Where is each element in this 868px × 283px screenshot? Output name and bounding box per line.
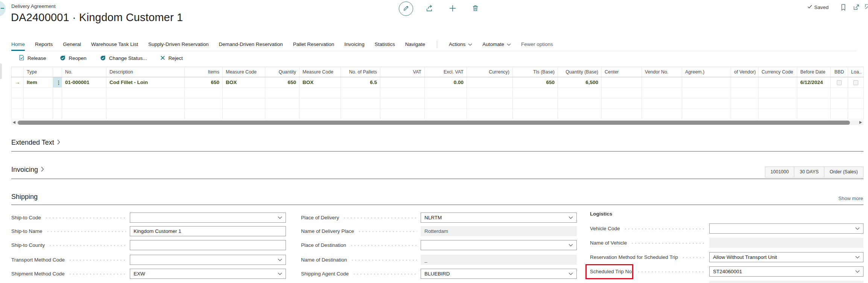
empty-grid-cell[interactable]: [558, 98, 602, 109]
empty-grid-cell[interactable]: [558, 109, 602, 119]
empty-grid-cell[interactable]: [759, 98, 797, 109]
chevron-down-icon[interactable]: [569, 272, 573, 275]
empty-grid-cell[interactable]: [299, 109, 341, 119]
horizontal-scrollbar[interactable]: [11, 120, 863, 125]
empty-grid-cell[interactable]: [513, 109, 558, 119]
chevron-down-icon[interactable]: [569, 244, 573, 247]
empty-grid-cell[interactable]: [642, 88, 682, 98]
empty-grid-cell[interactable]: [12, 98, 24, 109]
invoicing-summary-tile-order-sales[interactable]: Order (Sales): [824, 167, 863, 177]
column-header-description[interactable]: Description: [106, 67, 185, 77]
empty-grid-cell[interactable]: [682, 109, 731, 119]
column-header-quantity-base[interactable]: Quantity (Base): [558, 67, 602, 77]
grid-cell-vat[interactable]: [380, 77, 425, 88]
change-status-button[interactable]: Change Status...: [100, 55, 147, 62]
invoicing-summary-tile-30-days[interactable]: 30 DAYS: [794, 167, 824, 177]
empty-grid-cell[interactable]: [642, 109, 682, 119]
shipping-section-header[interactable]: Shipping: [11, 193, 38, 201]
empty-grid-cell[interactable]: [380, 88, 425, 98]
empty-grid-cell[interactable]: [467, 98, 513, 109]
empty-grid-cell[interactable]: [558, 88, 602, 98]
grid-cell-currency-code[interactable]: [759, 77, 797, 88]
empty-grid-cell[interactable]: [759, 88, 797, 98]
empty-grid-cell[interactable]: [731, 88, 759, 98]
share-button[interactable]: [426, 4, 433, 13]
empty-grid-cell[interactable]: [831, 98, 848, 109]
actions-menu[interactable]: Actions: [449, 38, 472, 51]
column-header-blank[interactable]: [53, 67, 62, 77]
input-ship-to-county[interactable]: [130, 240, 286, 250]
empty-grid-cell[interactable]: [602, 88, 642, 98]
column-header-before-date[interactable]: Before Date: [797, 67, 831, 77]
grid-cell-no-of-pallets[interactable]: 6.5: [341, 77, 380, 88]
chevron-down-icon[interactable]: [855, 256, 860, 259]
column-header-measure-code[interactable]: Measure Code: [299, 67, 341, 77]
scroll-right-arrow-icon[interactable]: [859, 121, 862, 124]
invoicing-summary-tile-1001000[interactable]: 1001000: [765, 167, 795, 177]
column-header-vat[interactable]: VAT: [380, 67, 425, 77]
lines-grid[interactable]: TypeNo.DescriptionItemsMeasure CodeQuant…: [11, 67, 864, 119]
combobox-vehicle-code[interactable]: [709, 223, 863, 234]
tab-home[interactable]: Home: [11, 38, 25, 51]
reopen-button[interactable]: Reopen: [60, 55, 87, 62]
scrollbar-thumb[interactable]: [18, 121, 850, 125]
empty-grid-cell[interactable]: [223, 98, 265, 109]
empty-grid-cell[interactable]: [341, 98, 380, 109]
empty-grid-cell[interactable]: [223, 88, 265, 98]
combobox-place-of-delivery[interactable]: NLRTM: [421, 213, 577, 223]
tab-reports[interactable]: Reports: [35, 38, 53, 51]
tab-navigate[interactable]: Navigate: [405, 38, 425, 51]
empty-grid-cell[interactable]: [62, 98, 106, 109]
empty-grid-cell[interactable]: [53, 88, 62, 98]
grid-cell-description[interactable]: Cod Fillet - Loin: [106, 77, 185, 88]
empty-grid-cell[interactable]: [848, 109, 864, 119]
column-header-loa[interactable]: Loa..: [848, 67, 864, 77]
chevron-down-icon[interactable]: [855, 227, 860, 230]
column-header-currency[interactable]: Currency): [467, 67, 513, 77]
grid-cell-bbd[interactable]: [831, 77, 848, 88]
grid-cell-items[interactable]: 650: [185, 77, 223, 88]
extended-text-section-header[interactable]: Extended Text: [11, 139, 60, 147]
grid-cell-vendor-no[interactable]: [642, 77, 682, 88]
empty-grid-cell[interactable]: [848, 98, 864, 109]
empty-grid-cell[interactable]: [24, 109, 53, 119]
column-header-of-vendor[interactable]: of Vendor): [731, 67, 759, 77]
grid-cell-excl-vat[interactable]: 0.00: [425, 77, 467, 88]
empty-grid-cell[interactable]: [53, 98, 62, 109]
empty-grid-cell[interactable]: [797, 88, 831, 98]
grid-cell-currency[interactable]: [467, 77, 513, 88]
empty-grid-cell[interactable]: [265, 88, 299, 98]
empty-grid-cell[interactable]: [467, 88, 513, 98]
grid-cell-measure-code[interactable]: BOX: [223, 77, 265, 88]
grid-cell-quantity-base[interactable]: 6,500: [558, 77, 602, 88]
edit-button[interactable]: [399, 2, 413, 16]
column-header-items[interactable]: Items: [185, 67, 223, 77]
empty-grid-cell[interactable]: [797, 109, 831, 119]
empty-grid-cell[interactable]: [223, 109, 265, 119]
chevron-down-icon[interactable]: [278, 272, 282, 275]
combobox-reservation-method-for-scheduled-trip[interactable]: Allow Without Transport Unit: [709, 252, 863, 262]
show-more-link[interactable]: Show more: [838, 196, 863, 201]
empty-grid-cell[interactable]: [380, 109, 425, 119]
empty-grid-cell[interactable]: [513, 98, 558, 109]
empty-grid-cell[interactable]: [12, 109, 24, 119]
empty-grid-cell[interactable]: [53, 109, 62, 119]
empty-grid-cell[interactable]: [12, 88, 24, 98]
tab-pallet-reservation[interactable]: Pallet Reservation: [293, 38, 334, 51]
tab-supply-driven-reservation[interactable]: Supply-Driven Reservation: [148, 38, 209, 51]
empty-grid-cell[interactable]: [299, 88, 341, 98]
fewer-options-link[interactable]: Fewer options: [521, 38, 553, 51]
open-new-window-icon[interactable]: [853, 4, 860, 11]
input-ship-to-name[interactable]: Kingdom Customer 1: [130, 226, 286, 236]
reject-button[interactable]: Reject: [160, 55, 182, 61]
grid-cell-tls-base[interactable]: 650: [513, 77, 558, 88]
empty-grid-cell[interactable]: [299, 98, 341, 109]
grid-cell-quantity[interactable]: 650: [265, 77, 299, 88]
grid-cell-no[interactable]: 01-000001: [62, 77, 106, 88]
empty-grid-cell[interactable]: [602, 98, 642, 109]
delete-button[interactable]: [472, 5, 479, 13]
empty-grid-cell[interactable]: [185, 109, 223, 119]
empty-grid-cell[interactable]: [24, 88, 53, 98]
empty-grid-cell[interactable]: [848, 88, 864, 98]
empty-grid-cell[interactable]: [265, 109, 299, 119]
